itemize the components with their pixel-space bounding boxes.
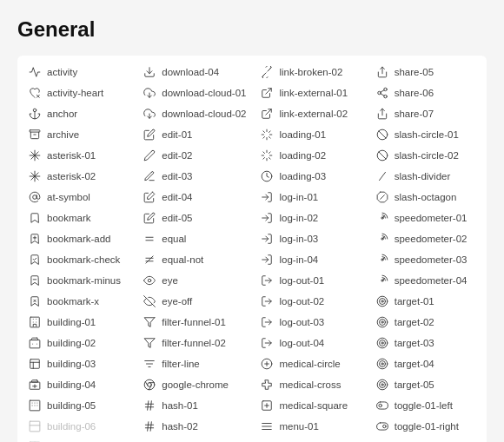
icon-item-heart[interactable]: heart xyxy=(136,438,253,442)
icon-item-bookmark-add[interactable]: bookmark-add xyxy=(21,229,136,248)
svg-rect-63 xyxy=(30,317,40,327)
icon-item-download-cloud-02[interactable]: download-cloud-02 xyxy=(136,104,253,123)
icon-item-log-in-01[interactable]: log-in-01 xyxy=(253,188,368,207)
icon-item-target-02[interactable]: target-02 xyxy=(368,313,483,332)
icon-item-menu-01[interactable]: menu-01 xyxy=(253,417,368,436)
icon-item-link-external-01[interactable]: link-external-01 xyxy=(253,83,368,102)
icon-item-building-05[interactable]: building-05 xyxy=(21,396,136,415)
icon-item-target-03[interactable]: target-03 xyxy=(368,333,483,353)
filter-line-icon xyxy=(143,357,156,371)
icon-item-asterisk-01[interactable]: asterisk-01 xyxy=(21,146,136,165)
icon-item-toggle-01-left[interactable]: toggle-01-left xyxy=(368,396,483,415)
icon-label: log-out-02 xyxy=(279,296,324,307)
icon-item-building-02[interactable]: building-02 xyxy=(21,333,136,353)
icon-item-loading-01[interactable]: loading-01 xyxy=(253,125,368,144)
building2-icon xyxy=(28,336,42,350)
icon-item-slash-octagon[interactable]: slash-octagon xyxy=(368,188,483,207)
icon-item-target-01[interactable]: target-01 xyxy=(368,292,483,311)
icon-label: eye xyxy=(162,275,178,286)
icon-item-share-06[interactable]: share-06 xyxy=(368,83,483,102)
icon-item-activity-heart[interactable]: activity-heart xyxy=(21,83,136,102)
icon-item-building-01[interactable]: building-01 xyxy=(21,313,136,332)
icon-item-bookmark[interactable]: bookmark xyxy=(21,208,136,228)
icon-item-log-out-02[interactable]: log-out-02 xyxy=(253,292,368,311)
icon-item-at-symbol[interactable]: at-symbol xyxy=(21,188,136,207)
icon-item-bookmark-check[interactable]: bookmark-check xyxy=(21,250,136,269)
icon-label: hash-01 xyxy=(162,400,198,411)
icon-item-loading-02[interactable]: loading-02 xyxy=(253,146,368,165)
icon-item-edit-03[interactable]: edit-03 xyxy=(136,167,253,186)
icon-item-slash-circle-02[interactable]: slash-circle-02 xyxy=(368,146,483,165)
icon-item-eye-off[interactable]: eye-off xyxy=(136,292,253,311)
log-in2-icon xyxy=(260,211,274,225)
icon-item-slash-divider[interactable]: slash-divider xyxy=(368,167,483,186)
icon-item-eye[interactable]: eye xyxy=(136,271,253,290)
bookmark-x-icon xyxy=(28,294,42,308)
icon-item-speedometer-03[interactable]: speedometer-03 xyxy=(368,250,483,269)
icon-label: loading-02 xyxy=(279,150,326,161)
icon-item-edit-01[interactable]: edit-01 xyxy=(136,125,253,144)
icon-label: share-07 xyxy=(395,109,434,119)
share5-icon xyxy=(375,65,389,79)
icon-label: toggle-01-right xyxy=(395,421,459,432)
download-icon xyxy=(143,65,156,79)
icon-item-log-out-01[interactable]: log-out-01 xyxy=(253,271,368,290)
svg-point-52 xyxy=(149,279,152,282)
icon-item-speedometer-04[interactable]: speedometer-04 xyxy=(368,271,483,290)
icon-label: target-05 xyxy=(395,379,434,390)
icon-item-hash-02[interactable]: hash-02 xyxy=(136,417,253,436)
icon-item-download-04[interactable]: download-04 xyxy=(136,63,253,82)
icon-item-bookmark-x[interactable]: bookmark-x xyxy=(21,292,136,311)
icon-item-target-04[interactable]: target-04 xyxy=(368,354,483,373)
icon-item-target-05[interactable]: target-05 xyxy=(368,375,483,394)
icon-item-hash-01[interactable]: hash-01 xyxy=(136,396,253,415)
icon-item-log-out-03[interactable]: log-out-03 xyxy=(253,313,368,332)
icon-item-edit-05[interactable]: edit-05 xyxy=(136,208,253,228)
icon-label: log-out-01 xyxy=(279,275,324,286)
icon-item-speedometer-02[interactable]: speedometer-02 xyxy=(368,229,483,248)
icon-item-medical-cross[interactable]: medical-cross xyxy=(253,375,368,394)
icon-item-google-chrome[interactable]: google-chrome xyxy=(136,375,253,394)
icon-item-download-cloud-01[interactable]: download-cloud-01 xyxy=(136,83,253,102)
icon-item-asterisk-02[interactable]: asterisk-02 xyxy=(21,167,136,186)
icon-item-speedometer-01[interactable]: speedometer-01 xyxy=(368,208,483,228)
icon-item-building-07[interactable]: building-07 xyxy=(21,438,136,442)
icon-item-slash-circle-01[interactable]: slash-circle-01 xyxy=(368,125,483,144)
svg-marker-68 xyxy=(144,318,155,327)
icon-item-anchor[interactable]: anchor xyxy=(21,104,136,123)
activity-heart-icon xyxy=(28,86,42,100)
icon-item-medical-square[interactable]: medical-square xyxy=(253,396,368,415)
icon-item-edit-04[interactable]: edit-04 xyxy=(136,188,253,207)
icon-item-equal-not[interactable]: equal-not xyxy=(136,250,253,269)
icon-item-menu-02[interactable]: menu-02 xyxy=(253,438,368,442)
icon-item-log-in-02[interactable]: log-in-02 xyxy=(253,208,368,228)
icon-item-building-06[interactable]: building-06 xyxy=(21,417,136,436)
icon-item-activity[interactable]: activity xyxy=(21,63,136,82)
icon-item-filter-funnel-01[interactable]: filter-funnel-01 xyxy=(136,313,253,332)
icon-item-toggle-01-right[interactable]: toggle-01-right xyxy=(368,417,483,436)
icon-item-bookmark-minus[interactable]: bookmark-minus xyxy=(21,271,136,290)
icon-item-loading-03[interactable]: loading-03 xyxy=(253,167,368,186)
icon-item-link-external-02[interactable]: link-external-02 xyxy=(253,104,368,123)
icon-item-equal[interactable]: equal xyxy=(136,229,253,248)
icon-item-filter-line[interactable]: filter-line xyxy=(136,354,253,373)
icon-item-share-05[interactable]: share-05 xyxy=(368,63,483,82)
icon-item-medical-circle[interactable]: medical-circle xyxy=(253,354,368,373)
icon-label: download-cloud-01 xyxy=(162,88,246,98)
icon-item-log-out-04[interactable]: log-out-04 xyxy=(253,333,368,353)
icon-item-edit-02[interactable]: edit-02 xyxy=(136,146,253,165)
icon-item-archive[interactable]: archive xyxy=(21,125,136,144)
icon-item-building-04[interactable]: building-04 xyxy=(21,375,136,394)
icon-item-log-in-04[interactable]: log-in-04 xyxy=(253,250,368,269)
icon-item-log-in-03[interactable]: log-in-03 xyxy=(253,229,368,248)
icon-label: link-external-01 xyxy=(279,88,348,98)
icon-item-link-broken-02[interactable]: link-broken-02 xyxy=(253,63,368,82)
icon-item-filter-funnel-02[interactable]: filter-funnel-02 xyxy=(136,333,253,353)
icon-item-toggle-02-left[interactable]: toggle-02-left xyxy=(368,438,483,442)
icon-item-building-03[interactable]: building-03 xyxy=(21,354,136,373)
icon-label: edit-05 xyxy=(162,213,192,223)
icon-label: building-06 xyxy=(47,421,96,432)
download-cloud2-icon xyxy=(143,107,156,121)
icon-label: loading-03 xyxy=(279,171,326,181)
icon-item-share-07[interactable]: share-07 xyxy=(368,104,483,123)
